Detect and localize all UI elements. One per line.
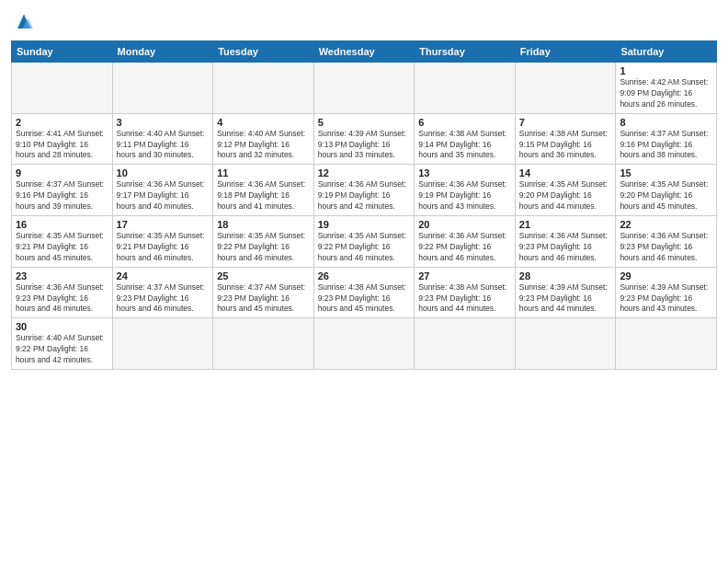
weekday-header: Monday — [112, 41, 213, 63]
day-number: 13 — [418, 167, 511, 178]
day-number: 14 — [519, 167, 612, 178]
day-number: 23 — [16, 270, 108, 282]
calendar-cell: 8Sunrise: 4:37 AM Sunset: 9:16 PM Daylig… — [616, 113, 717, 165]
calendar-cell: 19Sunrise: 4:35 AM Sunset: 9:22 PM Dayli… — [313, 216, 415, 268]
day-number: 19 — [318, 219, 411, 230]
day-number: 8 — [620, 117, 712, 128]
day-info: Sunrise: 4:35 AM Sunset: 9:21 PM Dayligh… — [16, 231, 108, 264]
day-info: Sunrise: 4:38 AM Sunset: 9:15 PM Dayligh… — [519, 129, 612, 162]
calendar-week-row: 23Sunrise: 4:36 AM Sunset: 9:23 PM Dayli… — [12, 267, 717, 318]
day-number: 30 — [16, 321, 108, 332]
day-number: 29 — [620, 270, 712, 282]
calendar-week-row: 2Sunrise: 4:41 AM Sunset: 9:10 PM Daylig… — [12, 113, 717, 165]
day-info: Sunrise: 4:38 AM Sunset: 9:23 PM Dayligh… — [418, 282, 511, 316]
calendar-cell: 28Sunrise: 4:39 AM Sunset: 9:23 PM Dayli… — [515, 267, 616, 318]
day-info: Sunrise: 4:35 AM Sunset: 9:22 PM Dayligh… — [217, 231, 310, 264]
day-number: 15 — [620, 167, 712, 178]
calendar-cell — [12, 63, 113, 114]
calendar-cell — [415, 318, 516, 370]
calendar-cell: 11Sunrise: 4:36 AM Sunset: 9:18 PM Dayli… — [213, 165, 314, 216]
calendar-cell: 17Sunrise: 4:35 AM Sunset: 9:21 PM Dayli… — [112, 216, 213, 268]
calendar-cell: 27Sunrise: 4:38 AM Sunset: 9:23 PM Dayli… — [415, 267, 516, 318]
day-number: 21 — [519, 219, 612, 230]
header — [11, 9, 717, 35]
calendar-cell — [515, 318, 616, 370]
day-info: Sunrise: 4:36 AM Sunset: 9:22 PM Dayligh… — [418, 231, 511, 264]
day-info: Sunrise: 4:36 AM Sunset: 9:23 PM Dayligh… — [519, 231, 612, 264]
weekday-header: Tuesday — [213, 41, 314, 63]
calendar-cell: 18Sunrise: 4:35 AM Sunset: 9:22 PM Dayli… — [213, 216, 314, 268]
day-number: 17 — [117, 219, 210, 230]
calendar-table: SundayMondayTuesdayWednesdayThursdayFrid… — [11, 40, 717, 370]
calendar-cell: 4Sunrise: 4:40 AM Sunset: 9:12 PM Daylig… — [213, 113, 314, 165]
day-info: Sunrise: 4:40 AM Sunset: 9:22 PM Dayligh… — [16, 333, 108, 366]
day-number: 6 — [418, 117, 511, 128]
day-info: Sunrise: 4:35 AM Sunset: 9:20 PM Dayligh… — [519, 179, 612, 213]
calendar-cell: 26Sunrise: 4:38 AM Sunset: 9:23 PM Dayli… — [313, 267, 415, 318]
weekday-header: Wednesday — [313, 41, 415, 63]
weekday-header: Saturday — [616, 41, 717, 63]
day-number: 16 — [16, 219, 108, 230]
calendar-header-row: SundayMondayTuesdayWednesdayThursdayFrid… — [12, 41, 717, 63]
calendar-cell: 6Sunrise: 4:38 AM Sunset: 9:14 PM Daylig… — [415, 113, 516, 165]
day-info: Sunrise: 4:36 AM Sunset: 9:19 PM Dayligh… — [318, 179, 411, 213]
day-number: 2 — [16, 117, 108, 128]
day-number: 25 — [217, 270, 310, 282]
calendar-week-row: 30Sunrise: 4:40 AM Sunset: 9:22 PM Dayli… — [12, 318, 717, 370]
calendar-cell: 2Sunrise: 4:41 AM Sunset: 9:10 PM Daylig… — [12, 113, 113, 165]
calendar-cell: 10Sunrise: 4:36 AM Sunset: 9:17 PM Dayli… — [112, 165, 213, 216]
calendar-cell: 3Sunrise: 4:40 AM Sunset: 9:11 PM Daylig… — [112, 113, 213, 165]
day-info: Sunrise: 4:39 AM Sunset: 9:13 PM Dayligh… — [318, 129, 411, 162]
calendar-cell: 1Sunrise: 4:42 AM Sunset: 9:09 PM Daylig… — [616, 63, 717, 114]
day-number: 7 — [519, 117, 612, 128]
day-number: 28 — [519, 270, 612, 282]
calendar-cell — [515, 63, 616, 114]
day-number: 27 — [418, 270, 511, 282]
day-number: 11 — [217, 167, 310, 178]
calendar-cell — [313, 318, 415, 370]
calendar-cell: 5Sunrise: 4:39 AM Sunset: 9:13 PM Daylig… — [313, 113, 415, 165]
calendar-week-row: 1Sunrise: 4:42 AM Sunset: 9:09 PM Daylig… — [12, 63, 717, 114]
day-number: 1 — [620, 65, 712, 76]
day-number: 26 — [318, 270, 411, 282]
logo-icon — [11, 9, 37, 35]
day-info: Sunrise: 4:37 AM Sunset: 9:16 PM Dayligh… — [620, 129, 712, 162]
calendar-cell: 23Sunrise: 4:36 AM Sunset: 9:23 PM Dayli… — [12, 267, 113, 318]
day-info: Sunrise: 4:36 AM Sunset: 9:23 PM Dayligh… — [620, 231, 712, 264]
day-info: Sunrise: 4:36 AM Sunset: 9:23 PM Dayligh… — [16, 282, 108, 316]
day-number: 12 — [318, 167, 411, 178]
day-info: Sunrise: 4:39 AM Sunset: 9:23 PM Dayligh… — [519, 282, 612, 316]
logo — [11, 9, 40, 35]
day-info: Sunrise: 4:41 AM Sunset: 9:10 PM Dayligh… — [16, 129, 108, 162]
day-info: Sunrise: 4:37 AM Sunset: 9:23 PM Dayligh… — [117, 282, 210, 316]
calendar-cell — [213, 63, 314, 114]
day-number: 4 — [217, 117, 310, 128]
calendar-cell: 25Sunrise: 4:37 AM Sunset: 9:23 PM Dayli… — [213, 267, 314, 318]
day-info: Sunrise: 4:38 AM Sunset: 9:23 PM Dayligh… — [318, 282, 411, 316]
day-info: Sunrise: 4:37 AM Sunset: 9:16 PM Dayligh… — [16, 179, 108, 213]
day-number: 24 — [117, 270, 210, 282]
day-number: 9 — [16, 167, 108, 178]
calendar-cell: 24Sunrise: 4:37 AM Sunset: 9:23 PM Dayli… — [112, 267, 213, 318]
calendar-cell — [313, 63, 415, 114]
day-info: Sunrise: 4:36 AM Sunset: 9:17 PM Dayligh… — [117, 179, 210, 213]
calendar-cell: 16Sunrise: 4:35 AM Sunset: 9:21 PM Dayli… — [12, 216, 113, 268]
weekday-header: Sunday — [12, 41, 113, 63]
calendar-cell: 20Sunrise: 4:36 AM Sunset: 9:22 PM Dayli… — [415, 216, 516, 268]
calendar-cell: 7Sunrise: 4:38 AM Sunset: 9:15 PM Daylig… — [515, 113, 616, 165]
day-info: Sunrise: 4:40 AM Sunset: 9:12 PM Dayligh… — [217, 129, 310, 162]
calendar-cell: 13Sunrise: 4:36 AM Sunset: 9:19 PM Dayli… — [415, 165, 516, 216]
day-number: 18 — [217, 219, 310, 230]
day-info: Sunrise: 4:37 AM Sunset: 9:23 PM Dayligh… — [217, 282, 310, 316]
day-info: Sunrise: 4:36 AM Sunset: 9:18 PM Dayligh… — [217, 179, 310, 213]
day-number: 20 — [418, 219, 511, 230]
calendar-cell — [213, 318, 314, 370]
calendar-cell: 9Sunrise: 4:37 AM Sunset: 9:16 PM Daylig… — [12, 165, 113, 216]
day-info: Sunrise: 4:40 AM Sunset: 9:11 PM Dayligh… — [117, 129, 210, 162]
calendar-cell: 21Sunrise: 4:36 AM Sunset: 9:23 PM Dayli… — [515, 216, 616, 268]
weekday-header: Friday — [515, 41, 616, 63]
calendar-cell — [112, 63, 213, 114]
day-info: Sunrise: 4:36 AM Sunset: 9:19 PM Dayligh… — [418, 179, 511, 213]
calendar-week-row: 16Sunrise: 4:35 AM Sunset: 9:21 PM Dayli… — [12, 216, 717, 268]
day-info: Sunrise: 4:42 AM Sunset: 9:09 PM Dayligh… — [620, 77, 712, 110]
